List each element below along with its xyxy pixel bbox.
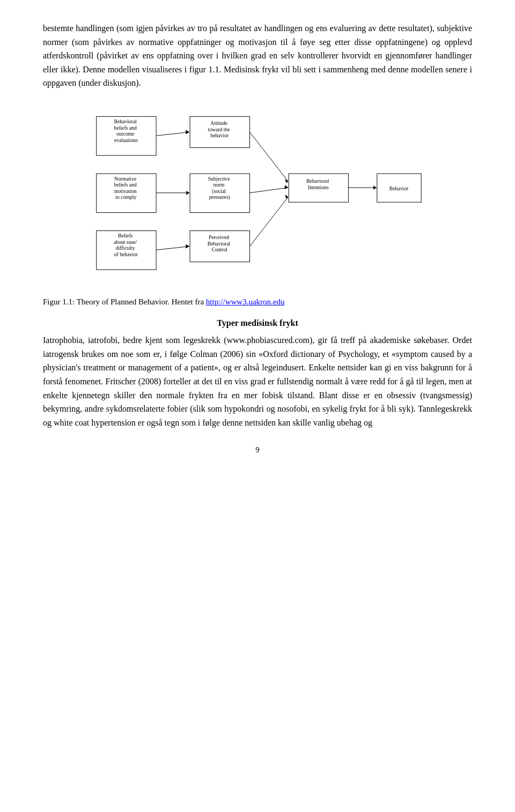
diagram-container: Behavioral beliefs and outcome evaluatio… (91, 106, 424, 280)
svg-marker-29 (373, 185, 377, 190)
figure-caption: Figur 1.1: Theory of Planned Behavior. H… (43, 296, 472, 308)
svg-text:Behavioral
      Intentions: Behavioral Intentions (306, 178, 330, 190)
main-paragraph: bestemte handlingen (som igjen påvirkes … (43, 21, 472, 90)
svg-line-24 (249, 188, 288, 193)
svg-text:Attitude
      toward the
    : Attitude toward the behavior (208, 120, 232, 138)
svg-line-26 (249, 197, 288, 247)
figure-caption-prefix: Figur 1.1: Theory of Planned Behavior. H… (43, 297, 206, 306)
svg-marker-25 (284, 185, 288, 189)
svg-text:Behavioral
      beliefs and
 : Behavioral beliefs and outcome evaluatio… (114, 118, 138, 143)
svg-marker-19 (186, 191, 189, 195)
figure-caption-link[interactable]: http://www3.uakron.edu (206, 297, 285, 306)
page-number: 9 (43, 445, 472, 455)
svg-line-22 (249, 132, 288, 181)
svg-line-20 (156, 247, 189, 250)
tpb-diagram: Behavioral beliefs and outcome evaluatio… (91, 106, 424, 278)
body-paragraph: Iatrophobia, iatrofobi, bedre kjent som … (43, 333, 472, 429)
svg-text:Normative
      beliefs and
  : Normative beliefs and motivation to comp… (114, 176, 138, 200)
svg-marker-21 (186, 244, 189, 249)
svg-marker-17 (186, 130, 189, 135)
svg-text:Behavior: Behavior (389, 185, 409, 191)
section-heading: Typer medisinsk frykt (43, 318, 472, 328)
svg-line-16 (156, 132, 189, 136)
